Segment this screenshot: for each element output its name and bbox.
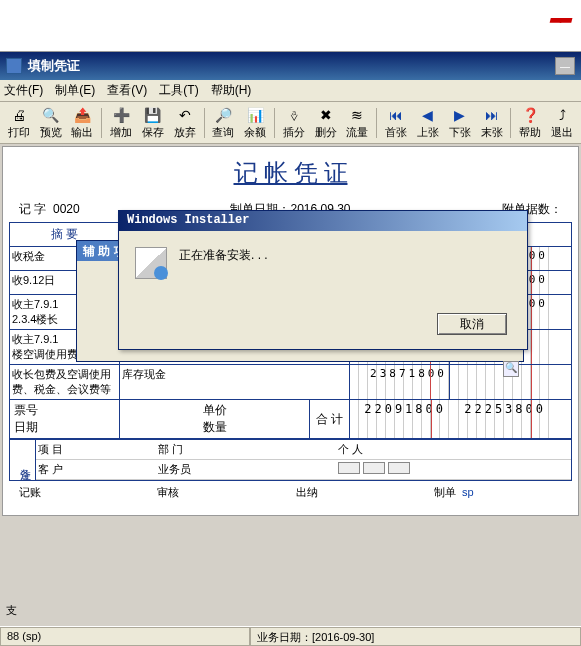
undo-icon: ↶ (175, 105, 195, 125)
help-icon: ❓ (520, 105, 540, 125)
balance-icon: 📊 (245, 105, 265, 125)
installer-cancel-button[interactable]: 取消 (437, 313, 507, 335)
barcode-icon-3[interactable] (388, 462, 410, 474)
add-button[interactable]: ➕增加 (106, 104, 136, 142)
remark-clerk-label: 业务员 (158, 462, 338, 477)
exit-button[interactable]: ⤴退出 (547, 104, 577, 142)
installer-message: 正在准备安装. . . (179, 247, 268, 279)
print-button[interactable]: 🖨打印 (4, 104, 34, 142)
cell-debit[interactable]: 23871800 (350, 365, 450, 399)
status-left: 88 (sp) (0, 627, 250, 646)
remark-dept-label: 部 门 (158, 442, 338, 457)
next-icon: ▶ (450, 105, 470, 125)
status-mid: 业务日期：[2016-09-30] (250, 627, 581, 646)
bottom-letter: 支 (6, 603, 575, 618)
first-button[interactable]: ⏮首张 (381, 104, 411, 142)
prev-button[interactable]: ◀上张 (413, 104, 443, 142)
save-button[interactable]: 💾保存 (138, 104, 168, 142)
voucher-type-label: 记 字 (19, 202, 46, 216)
toolbar: 🖨打印 🔍预览 📤输出 ➕增加 💾保存 ↶放弃 🔎查询 📊余额 ⎀插分 ✖删分 … (0, 102, 581, 144)
titlebar: 填制凭证 — (0, 52, 581, 80)
abandon-button[interactable]: ↶放弃 (170, 104, 200, 142)
sign-row: 记账 审核 出纳 制单 sp (9, 481, 572, 504)
menubar: 文件(F) 制单(E) 查看(V) 工具(T) 帮助(H) (0, 80, 581, 102)
sign-book: 记账 (19, 485, 147, 500)
price-label: 单价 (124, 402, 305, 419)
menu-make[interactable]: 制单(E) (55, 82, 95, 99)
brand-fragment: ▂▂ (551, 6, 571, 22)
last-icon: ⏭ (482, 105, 502, 125)
total-credit: 22253800 (450, 400, 550, 438)
preview-button[interactable]: 🔍预览 (36, 104, 66, 142)
barcode-icon-1[interactable] (338, 462, 360, 474)
cell-summary[interactable]: 收长包费及空调使用 费、税金、会议费等 (10, 365, 120, 399)
installer-icon (135, 247, 167, 279)
menu-view[interactable]: 查看(V) (107, 82, 147, 99)
plus-icon: ➕ (111, 105, 131, 125)
total-label: 合 计 (310, 400, 350, 438)
menu-tool[interactable]: 工具(T) (159, 82, 198, 99)
help-button[interactable]: ❓帮助 (515, 104, 545, 142)
ticket-no-label: 票号 (14, 402, 115, 419)
exit-icon: ⤴ (552, 105, 572, 125)
qty-label: 数量 (124, 419, 305, 436)
voucher-number[interactable]: 0020 (53, 202, 80, 216)
ledger-row[interactable]: 收长包费及空调使用 费、税金、会议费等库存现金23871800 (10, 365, 571, 400)
output-button[interactable]: 📤输出 (68, 104, 98, 142)
delete-row-button[interactable]: ✖删分 (311, 104, 341, 142)
sign-maker-value: sp (462, 486, 474, 498)
statusbar: 88 (sp) 业务日期：[2016-09-30] (0, 626, 581, 646)
remark-person-label: 个 人 (338, 442, 363, 457)
cell-subject[interactable]: 库存现金 (120, 365, 350, 399)
remark-customer-label: 客 户 (38, 462, 158, 477)
insert-row-button[interactable]: ⎀插分 (279, 104, 309, 142)
flow-button[interactable]: ≋流量 (343, 104, 373, 142)
installer-title: Windows Installer (119, 211, 527, 231)
flow-icon: ≋ (347, 105, 367, 125)
window-title: 填制凭证 (28, 57, 555, 75)
search-icon: 🔎 (213, 105, 233, 125)
ticket-date-label: 日期 (14, 419, 115, 436)
remark-project-label: 项 目 (38, 442, 158, 457)
save-icon: 💾 (143, 105, 163, 125)
remark-label: 备注 (10, 440, 36, 480)
query-button[interactable]: 🔎查询 (209, 104, 239, 142)
app-icon (6, 58, 22, 74)
cell-credit[interactable] (450, 365, 550, 399)
total-debit: 22091800 (350, 400, 450, 438)
attach-subrow: 票号 日期 单价 数量 合 计 22091800 22253800 (10, 400, 571, 439)
next-button[interactable]: ▶下张 (445, 104, 475, 142)
bottom-area: 支 (0, 597, 581, 624)
menu-help[interactable]: 帮助(H) (211, 82, 252, 99)
magnify-icon[interactable]: 🔍 (503, 361, 519, 377)
remark-section: 备注 项 目 部 门 个 人 客 户 业务员 (10, 439, 571, 480)
insert-icon: ⎀ (284, 105, 304, 125)
sign-audit: 审核 (157, 485, 285, 500)
delete-icon: ✖ (316, 105, 336, 125)
balance-button[interactable]: 📊余额 (240, 104, 270, 142)
first-icon: ⏮ (386, 105, 406, 125)
menu-file[interactable]: 文件(F) (4, 82, 43, 99)
last-button[interactable]: ⏭末张 (477, 104, 507, 142)
sign-cashier: 出纳 (296, 485, 424, 500)
barcode-icon-2[interactable] (363, 462, 385, 474)
minimize-button[interactable]: — (555, 57, 575, 75)
preview-icon: 🔍 (41, 105, 61, 125)
prev-icon: ◀ (418, 105, 438, 125)
printer-icon: 🖨 (9, 105, 29, 125)
output-icon: 📤 (72, 105, 92, 125)
sign-maker-label: 制单 (434, 486, 456, 498)
installer-dialog: Windows Installer 正在准备安装. . . 取消 (118, 210, 528, 350)
voucher-title: 记 帐 凭 证 (9, 157, 572, 189)
